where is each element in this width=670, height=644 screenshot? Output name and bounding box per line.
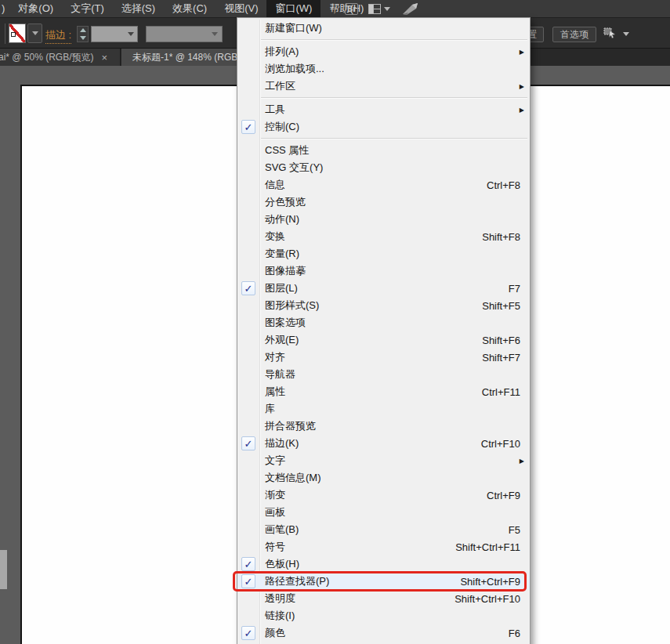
menu-item-properties[interactable]: 属性Ctrl+F11 bbox=[237, 383, 530, 400]
gpu-rocket-icon[interactable] bbox=[400, 2, 419, 16]
chevron-down-icon[interactable] bbox=[623, 32, 629, 36]
tab-title: 未标题-1* @ 148% (RGB bbox=[132, 51, 237, 64]
menu-item-label: 信息 bbox=[265, 178, 285, 192]
menu-item-new-window[interactable]: 新建窗口(W) bbox=[237, 20, 530, 37]
fill-none-swatch[interactable] bbox=[9, 24, 26, 43]
checkbox-checked: ✓ bbox=[237, 120, 259, 134]
menu-item-tools[interactable]: 工具▶ bbox=[237, 101, 530, 118]
menu-item-flattener-preview[interactable]: 拼合器预览 bbox=[237, 418, 530, 435]
stroke-weight-dropdown[interactable] bbox=[91, 26, 138, 42]
menubar-item-window[interactable]: 窗口(W) bbox=[266, 0, 321, 17]
menu-item-links[interactable]: 链接(I) bbox=[237, 607, 530, 624]
stroke-weight-stepper[interactable] bbox=[77, 26, 89, 42]
menu-item-label: 对齐 bbox=[265, 350, 285, 364]
pathfinder-highlight-box bbox=[233, 571, 527, 592]
menu-item-shortcut: F5 bbox=[509, 524, 530, 536]
menu-item-stroke[interactable]: ✓描边(K)Ctrl+F10 bbox=[237, 435, 530, 452]
preferences-button[interactable]: 首选项 bbox=[552, 27, 596, 42]
menu-item-control[interactable]: ✓控制(C) bbox=[237, 118, 530, 136]
menu-item-label: 透明度 bbox=[265, 592, 295, 606]
arrange-documents-button[interactable] bbox=[368, 4, 390, 14]
menu-item-label: 新建窗口(W) bbox=[265, 21, 322, 35]
menu-separator bbox=[237, 37, 530, 43]
menu-item-label: 符号 bbox=[265, 540, 285, 554]
menu-item-swatches[interactable]: ✓色板(H) bbox=[237, 555, 530, 573]
stepper-down-icon[interactable] bbox=[80, 36, 86, 40]
bridge-icon[interactable]: Br bbox=[345, 3, 358, 15]
menubar-item-object[interactable]: 对象(O) bbox=[9, 0, 62, 17]
menu-item-document-info[interactable]: 文档信息(M) bbox=[237, 469, 530, 487]
stroke-label[interactable]: 描边 : bbox=[45, 28, 71, 44]
selection-tool-icon[interactable] bbox=[603, 27, 616, 39]
close-icon[interactable]: × bbox=[102, 52, 108, 63]
menu-item-graphic-styles[interactable]: 图形样式(S)Shift+F5 bbox=[237, 297, 530, 314]
document-tab-active[interactable]: 未标题-1* @ 148% (RGB bbox=[121, 49, 255, 66]
menubar-item-select[interactable]: 选择(S) bbox=[113, 0, 164, 17]
window-menu-popup: 新建窗口(W)排列(A)▶浏览加载项...工作区▶工具▶✓控制(C)CSS 属性… bbox=[237, 17, 531, 644]
menu-item-label: 链接(I) bbox=[265, 609, 295, 623]
checkbox-checked: ✓ bbox=[237, 626, 259, 640]
menubar-item-partial[interactable]: ) bbox=[0, 0, 9, 17]
chevron-down-icon bbox=[384, 7, 390, 11]
menu-item-shortcut: Ctrl+F10 bbox=[481, 438, 530, 450]
menu-item-label: 分色预览 bbox=[265, 195, 306, 209]
menubar-item-type[interactable]: 文字(T) bbox=[62, 0, 113, 17]
menu-item-browse-addons[interactable]: 浏览加载项... bbox=[237, 60, 530, 78]
illustrator-window: { "glyphs": { "check": "✓", "submenu_arr… bbox=[0, 0, 670, 644]
menu-item-label: 库 bbox=[265, 402, 275, 416]
menu-item-appearance[interactable]: 外观(E)Shift+F6 bbox=[237, 331, 530, 349]
menu-item-shortcut: Shift+Ctrl+F11 bbox=[455, 541, 530, 553]
menu-item-label: 色板(H) bbox=[265, 557, 299, 571]
menu-item-symbols[interactable]: 符号Shift+Ctrl+F11 bbox=[237, 538, 530, 555]
menu-item-label: 渐变 bbox=[265, 488, 285, 502]
menu-item-arrange[interactable]: 排列(A)▶ bbox=[237, 43, 530, 60]
menu-item-label: 属性 bbox=[265, 385, 285, 399]
scrollbar-fragment[interactable] bbox=[0, 550, 7, 589]
menu-item-info[interactable]: 信息Ctrl+F8 bbox=[237, 176, 530, 194]
menu-item-navigator[interactable]: 导航器 bbox=[237, 366, 530, 383]
menubar-item-view[interactable]: 视图(V) bbox=[215, 0, 266, 17]
swatch-dropdown-button[interactable] bbox=[27, 24, 42, 43]
chevron-down-icon bbox=[128, 32, 134, 36]
menu-item-image-trace[interactable]: 图像描摹 bbox=[237, 262, 530, 280]
menu-item-align[interactable]: 对齐Shift+F7 bbox=[237, 349, 530, 366]
check-icon: ✓ bbox=[241, 120, 255, 134]
stepper-up-icon[interactable] bbox=[80, 28, 86, 32]
menu-item-transform[interactable]: 变换Shift+F8 bbox=[237, 228, 530, 245]
menu-item-label: 排列(A) bbox=[265, 45, 299, 59]
control-bar-separator bbox=[5, 24, 5, 44]
menu-item-transparency[interactable]: 透明度Shift+Ctrl+F10 bbox=[237, 590, 530, 607]
check-icon: ✓ bbox=[241, 281, 255, 295]
checkbox-checked: ✓ bbox=[237, 281, 259, 295]
menu-item-brushes[interactable]: 画笔(B)F5 bbox=[237, 521, 530, 538]
menu-item-layers[interactable]: ✓图层(L)F7 bbox=[237, 280, 530, 297]
menu-item-gradient[interactable]: 渐变Ctrl+F9 bbox=[237, 487, 530, 504]
menu-item-shortcut: F6 bbox=[509, 628, 530, 639]
menu-item-pattern-options[interactable]: 图案选项 bbox=[237, 314, 530, 331]
checkbox-checked: ✓ bbox=[237, 436, 259, 450]
chevron-down-icon bbox=[32, 31, 38, 35]
menu-item-svg-interactivity[interactable]: SVG 交互(Y) bbox=[237, 159, 530, 176]
menubar-item-effect[interactable]: 效果(C) bbox=[164, 0, 215, 17]
menu-item-type-panels[interactable]: 文字▶ bbox=[237, 452, 530, 469]
menu-item-label: SVG 交互(Y) bbox=[265, 161, 323, 175]
window-menu-items: 新建窗口(W)排列(A)▶浏览加载项...工作区▶工具▶✓控制(C)CSS 属性… bbox=[237, 20, 530, 642]
menu-item-css-properties[interactable]: CSS 属性 bbox=[237, 142, 530, 159]
menu-item-actions[interactable]: 动作(N) bbox=[237, 211, 530, 228]
menu-item-label: 画笔(B) bbox=[265, 523, 299, 537]
variable-width-profile-dropdown[interactable] bbox=[146, 26, 223, 42]
menu-item-shortcut: Shift+F8 bbox=[482, 231, 530, 243]
check-icon: ✓ bbox=[241, 626, 255, 640]
menu-item-separations-preview[interactable]: 分色预览 bbox=[237, 194, 530, 211]
menu-item-artboards[interactable]: 画板 bbox=[237, 504, 530, 521]
document-tab-inactive[interactable]: ai* @ 50% (RGB/预览) × bbox=[0, 49, 121, 66]
menu-item-label: 文档信息(M) bbox=[265, 471, 321, 485]
menu-item-shortcut: F7 bbox=[509, 283, 530, 295]
menu-item-workspace[interactable]: 工作区▶ bbox=[237, 78, 530, 95]
menu-item-color[interactable]: ✓颜色F6 bbox=[237, 624, 530, 642]
menu-item-variables[interactable]: 变量(R) bbox=[237, 245, 530, 262]
menu-item-label: CSS 属性 bbox=[265, 143, 309, 157]
tab-title: ai* @ 50% (RGB/预览) bbox=[0, 51, 94, 64]
menu-item-libraries[interactable]: 库 bbox=[237, 400, 530, 418]
menu-item-label: 工具 bbox=[265, 103, 285, 117]
